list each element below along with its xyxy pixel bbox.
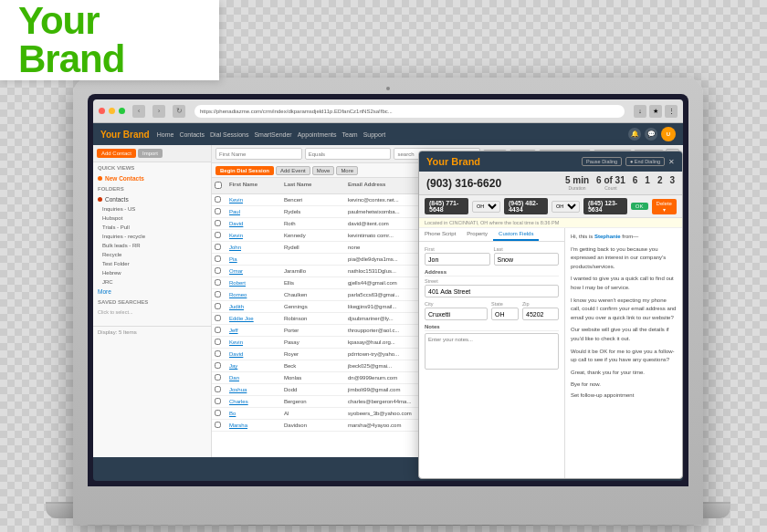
- first-name-cell[interactable]: Robert: [226, 278, 281, 287]
- first-name-cell[interactable]: Kevin: [226, 231, 281, 240]
- first-name-input[interactable]: [215, 148, 302, 160]
- phone-delete-button[interactable]: Delete ▾: [652, 199, 677, 214]
- zip-input[interactable]: [522, 308, 559, 320]
- row-checkbox[interactable]: [215, 386, 221, 392]
- row-checkbox[interactable]: [215, 267, 221, 274]
- equals-input[interactable]: [305, 148, 392, 160]
- pause-dialing-button[interactable]: Pause Dialing: [582, 157, 622, 166]
- select-all-checkbox[interactable]: [215, 182, 222, 189]
- tab-phone-script[interactable]: Phone Script: [419, 228, 461, 241]
- folder-bulk-leads[interactable]: Bulk leads - RR: [93, 241, 211, 250]
- sidebar-more[interactable]: More: [93, 287, 211, 297]
- first-name-cell[interactable]: David: [226, 349, 281, 359]
- street-input[interactable]: [425, 285, 559, 297]
- nav-appointments[interactable]: Appointments: [298, 131, 337, 138]
- row-checkbox[interactable]: [215, 339, 221, 345]
- first-name-cell[interactable]: Charles: [226, 397, 281, 406]
- row-checkbox[interactable]: [215, 374, 221, 381]
- phone-input-3[interactable]: (845) 123-5634: [583, 198, 627, 214]
- click-to-select[interactable]: Click to select...: [93, 308, 211, 317]
- add-event-button[interactable]: Add Event: [276, 166, 310, 175]
- row-checkbox[interactable]: [215, 279, 221, 286]
- sidebar-item-contacts[interactable]: Contacts: [93, 194, 211, 204]
- move-button[interactable]: Move: [312, 166, 335, 175]
- folder-inquiries-recycle[interactable]: Inquiries - recycle: [93, 232, 211, 241]
- phone-input-1[interactable]: (845) 771-5648: [425, 198, 468, 214]
- first-name-cell[interactable]: Judith: [226, 302, 281, 311]
- folder-inquiries-us[interactable]: Inquiries - US: [93, 204, 211, 214]
- folder-hebrew[interactable]: Hebrew: [93, 268, 211, 277]
- end-dialing-button[interactable]: ● End Dialing: [625, 157, 665, 166]
- row-checkbox[interactable]: [215, 327, 221, 333]
- browser-refresh-btn[interactable]: ↻: [173, 105, 185, 118]
- row-checkbox[interactable]: [215, 244, 221, 250]
- first-name-cell[interactable]: Jay: [226, 361, 281, 370]
- folder-test[interactable]: Test Folder: [93, 259, 211, 268]
- nav-contacts[interactable]: Contacts: [179, 131, 205, 138]
- nav-dial-sessions[interactable]: Dial Sessions: [210, 131, 248, 138]
- nav-support[interactable]: Support: [363, 131, 386, 138]
- nav-smartsender[interactable]: SmartSender: [254, 131, 291, 138]
- browser-close-dot[interactable]: [99, 108, 105, 114]
- browser-minimize-dot[interactable]: [109, 108, 115, 114]
- row-checkbox[interactable]: [215, 362, 221, 369]
- nav-home[interactable]: Home: [157, 131, 174, 138]
- row-checkbox[interactable]: [215, 196, 221, 203]
- notes-textarea[interactable]: [425, 333, 559, 370]
- first-name-cell[interactable]: Marsha: [226, 421, 281, 430]
- folder-hubspot[interactable]: Hubspot: [93, 214, 211, 223]
- row-checkbox[interactable]: [215, 315, 221, 321]
- browser-url-bar[interactable]: https://phenadiazme.com/crm/index/dkpara…: [194, 105, 625, 118]
- chat-icon[interactable]: 💬: [645, 128, 657, 141]
- row-checkbox[interactable]: [215, 220, 221, 226]
- browser-menu-btn[interactable]: ⋮: [665, 105, 678, 118]
- nav-team[interactable]: Team: [342, 131, 358, 138]
- first-name-cell[interactable]: Romeo: [226, 290, 281, 299]
- first-name-cell[interactable]: Pia: [226, 255, 281, 264]
- first-name-cell[interactable]: Paul: [226, 207, 281, 216]
- row-checkbox[interactable]: [215, 422, 221, 428]
- browser-maximize-dot[interactable]: [119, 108, 125, 114]
- sidebar-item-new-contacts[interactable]: New Contacts: [93, 173, 211, 183]
- first-name-cell[interactable]: Kevin: [226, 338, 281, 347]
- tab-property[interactable]: Property: [461, 228, 493, 241]
- more-button[interactable]: More: [336, 166, 358, 175]
- row-checkbox[interactable]: [215, 291, 221, 297]
- row-checkbox[interactable]: [215, 208, 221, 214]
- import-button[interactable]: Import: [138, 149, 163, 158]
- browser-forward-btn[interactable]: ›: [152, 105, 165, 118]
- first-name-input[interactable]: [425, 253, 490, 266]
- folder-jrc[interactable]: JRC: [93, 277, 211, 287]
- add-contact-button[interactable]: Add Contact: [97, 149, 136, 158]
- row-checkbox[interactable]: [215, 232, 221, 238]
- first-name-cell[interactable]: Omar: [226, 266, 281, 276]
- phone-ok-button[interactable]: OK: [631, 203, 648, 210]
- close-dialer-button[interactable]: ✕: [668, 157, 675, 166]
- tab-custom-fields[interactable]: Custom Fields: [493, 228, 539, 241]
- first-name-cell[interactable]: Joshua: [226, 385, 281, 394]
- user-avatar[interactable]: U: [661, 127, 676, 141]
- browser-back-btn[interactable]: ‹: [132, 105, 145, 118]
- state-select-2[interactable]: OH: [552, 201, 580, 213]
- row-checkbox[interactable]: [215, 256, 221, 262]
- state-input[interactable]: [491, 308, 519, 320]
- first-name-cell[interactable]: Eddie Joe: [226, 314, 281, 323]
- first-name-cell[interactable]: Kevin: [226, 195, 281, 204]
- city-input[interactable]: [425, 308, 488, 320]
- browser-download-btn[interactable]: ↓: [634, 105, 646, 118]
- first-name-cell[interactable]: Dan: [226, 373, 281, 382]
- phone-input-2[interactable]: (945) 482-4434: [504, 198, 548, 214]
- first-name-cell[interactable]: John: [226, 243, 281, 252]
- row-checkbox[interactable]: [215, 303, 221, 309]
- last-name-input[interactable]: [494, 253, 560, 266]
- notification-bell-icon[interactable]: 🔔: [628, 128, 641, 141]
- begin-session-button[interactable]: Begin Dial Session: [215, 166, 274, 175]
- row-checkbox[interactable]: [215, 350, 221, 357]
- first-name-cell[interactable]: David: [226, 219, 281, 228]
- row-checkbox[interactable]: [215, 410, 221, 416]
- row-checkbox[interactable]: [215, 398, 221, 404]
- folder-recycle[interactable]: Recycle: [93, 250, 211, 259]
- folder-trials[interactable]: Trials - Pull: [93, 223, 211, 232]
- state-select-1[interactable]: OH: [472, 201, 500, 213]
- browser-bookmark-btn[interactable]: ★: [649, 105, 662, 118]
